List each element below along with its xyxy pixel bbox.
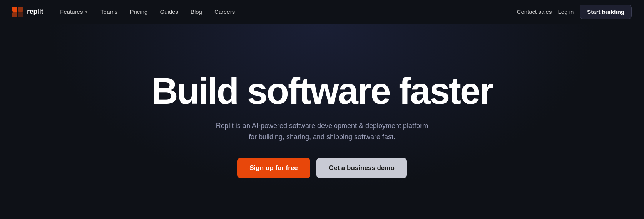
nav-item-pricing[interactable]: Pricing [125, 5, 152, 18]
replit-logo-icon [12, 7, 23, 17]
navbar-right: Contact sales Log in Start building [517, 5, 632, 19]
signup-button[interactable]: Sign up for free [237, 158, 310, 178]
nav-item-careers[interactable]: Careers [210, 5, 239, 18]
logo-text: replit [27, 8, 43, 16]
navbar: replit Features ▼ Teams Pricing Guides B… [0, 0, 644, 24]
chevron-down-icon: ▼ [84, 10, 88, 14]
nav-item-blog[interactable]: Blog [186, 5, 207, 18]
hero-buttons: Sign up for free Get a business demo [237, 158, 407, 178]
svg-rect-3 [18, 12, 23, 17]
demo-button[interactable]: Get a business demo [316, 158, 407, 178]
svg-rect-0 [12, 7, 17, 12]
nav-careers-label: Careers [214, 8, 235, 15]
nav-features-label: Features [60, 8, 83, 15]
hero-subtitle: Replit is an AI-powered software develop… [214, 120, 430, 143]
nav-item-features[interactable]: Features ▼ [55, 5, 93, 18]
nav-item-guides[interactable]: Guides [155, 5, 183, 18]
start-building-button[interactable]: Start building [580, 5, 632, 19]
nav-links: Features ▼ Teams Pricing Guides Blog Car… [55, 5, 239, 18]
svg-rect-2 [12, 12, 17, 17]
svg-rect-1 [18, 7, 23, 12]
nav-guides-label: Guides [160, 8, 178, 15]
navbar-left: replit Features ▼ Teams Pricing Guides B… [12, 5, 239, 18]
nav-item-teams[interactable]: Teams [96, 5, 122, 18]
hero-section: Build software faster Replit is an AI-po… [0, 24, 644, 219]
nav-teams-label: Teams [100, 8, 117, 15]
nav-blog-label: Blog [191, 8, 202, 15]
logo-link[interactable]: replit [12, 7, 43, 17]
login-link[interactable]: Log in [558, 8, 574, 15]
contact-sales-link[interactable]: Contact sales [517, 8, 552, 15]
hero-title: Build software faster [151, 72, 493, 110]
nav-pricing-label: Pricing [130, 8, 148, 15]
